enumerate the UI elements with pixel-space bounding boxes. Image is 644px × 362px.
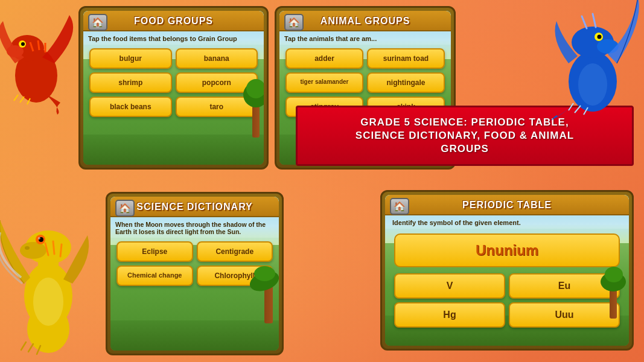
food-answer-blackbeans[interactable]: black beans — [89, 97, 172, 117]
animal-answer-nightingale[interactable]: nightingale — [367, 72, 445, 93]
svg-point-17 — [25, 246, 30, 250]
periodic-answers: V Eu Hg Uuu — [385, 271, 629, 330]
periodic-table-panel: 🏠 PERIODIC TABLE Identify the symbol of … — [380, 190, 634, 351]
home-icon: 🏠 — [92, 17, 104, 28]
animal-groups-home-btn[interactable]: 🏠 — [284, 14, 304, 31]
food-groups-question: Tap the food items that belongs to Grain… — [83, 31, 264, 45]
periodic-answer-v[interactable]: V — [394, 273, 505, 299]
periodic-title-bar: 🏠 PERIODIC TABLE — [385, 195, 629, 215]
dict-home-icon: 🏠 — [119, 203, 131, 214]
element-display: Ununium — [394, 233, 620, 267]
svg-point-4 — [21, 42, 25, 46]
animal-groups-question: Tap the animals that are am... — [279, 31, 451, 45]
svg-point-20 — [38, 237, 40, 240]
science-dict-home-btn[interactable]: 🏠 — [115, 200, 135, 217]
science-dict-title: SCIENCE DICTIONARY — [136, 202, 253, 212]
food-answer-shrimp[interactable]: shrimp — [89, 72, 172, 93]
periodic-question: Identify the symbol of the given element… — [385, 215, 629, 229]
animal-home-icon: 🏠 — [288, 17, 300, 28]
food-groups-home-btn[interactable]: 🏠 — [88, 14, 107, 31]
dict-answer-eclipse[interactable]: Eclipse — [116, 241, 193, 262]
food-panel-ground — [83, 135, 264, 165]
animal-answer-surinam[interactable]: surinam toad — [367, 48, 445, 69]
science-dict-title-bar: 🏠 SCIENCE DICTIONARY — [110, 197, 279, 217]
periodic-answer-hg[interactable]: Hg — [394, 302, 505, 328]
svg-point-10 — [598, 35, 602, 39]
animal-groups-title: ANIMAL GROUPS — [320, 16, 410, 26]
science-dict-question: When the Moon moves through the shadow o… — [110, 217, 279, 238]
food-groups-answers: bulgur banana shrimp popcorn black beans… — [83, 45, 264, 121]
animal-answer-tiger[interactable]: tiger salamander — [285, 72, 363, 93]
svg-point-16 — [20, 242, 46, 259]
svg-point-11 — [578, 63, 607, 106]
element-name: Ununium — [476, 242, 538, 258]
animal-groups-title-bar: 🏠 ANIMAL GROUPS — [279, 11, 451, 31]
food-groups-panel: 🏠 FOOD GROUPS Tap the food items that be… — [78, 6, 269, 170]
svg-point-21 — [33, 278, 63, 326]
dragon-red — [0, 0, 75, 118]
dict-answer-centigrade[interactable]: Centigrade — [197, 241, 273, 262]
food-answer-bulgur[interactable]: bulgur — [89, 48, 172, 69]
dict-panel-ground — [110, 320, 279, 351]
food-groups-title-bar: 🏠 FOOD GROUPS — [83, 11, 264, 31]
dict-answer-chemicalchange[interactable]: Chemical change — [116, 265, 193, 286]
dragon-blue — [538, 0, 644, 124]
periodic-home-btn[interactable]: 🏠 — [390, 198, 409, 215]
periodic-home-icon: 🏠 — [394, 201, 406, 212]
animal-answer-adder[interactable]: adder — [285, 48, 363, 69]
science-dict-panel: 🏠 SCIENCE DICTIONARY When the Moon moves… — [106, 192, 284, 355]
periodic-title: PERIODIC TABLE — [462, 200, 552, 210]
dragon-yellow — [0, 190, 100, 359]
food-groups-title: FOOD GROUPS — [134, 16, 213, 26]
periodic-answer-uuu[interactable]: Uuu — [509, 302, 620, 328]
food-answer-banana[interactable]: banana — [176, 48, 258, 69]
